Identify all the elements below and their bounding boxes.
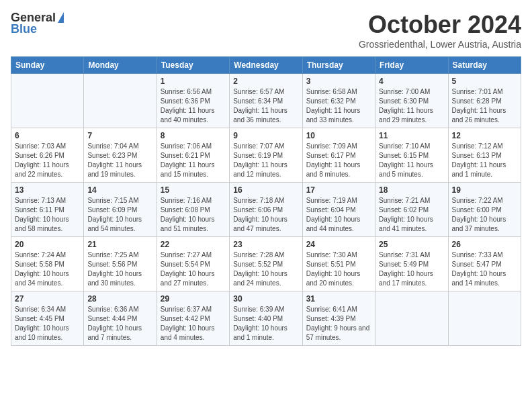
day-info: Sunrise: 6:57 AM Sunset: 6:34 PM Dayligh… (233, 87, 298, 125)
logo-triangle-icon (58, 12, 64, 23)
calendar-cell (448, 291, 521, 346)
day-number: 19 (452, 185, 517, 195)
day-number: 2 (233, 77, 298, 86)
calendar-week-row: 20Sunrise: 7:24 AM Sunset: 5:58 PM Dayli… (11, 237, 521, 291)
day-number: 17 (306, 185, 371, 195)
calendar-cell: 26Sunrise: 7:33 AM Sunset: 5:47 PM Dayli… (448, 237, 521, 291)
calendar-cell: 23Sunrise: 7:28 AM Sunset: 5:52 PM Dayli… (230, 237, 302, 291)
calendar-cell: 30Sunrise: 6:39 AM Sunset: 4:40 PM Dayli… (230, 291, 302, 346)
day-number: 4 (379, 77, 444, 86)
logo-blue-text: Blue (11, 22, 37, 36)
calendar-cell: 14Sunrise: 7:15 AM Sunset: 6:09 PM Dayli… (84, 183, 157, 237)
calendar-week-row: 1Sunrise: 6:56 AM Sunset: 6:36 PM Daylig… (11, 74, 521, 128)
day-info: Sunrise: 7:18 AM Sunset: 6:06 PM Dayligh… (233, 196, 298, 234)
day-number: 13 (15, 185, 80, 195)
day-number: 11 (379, 131, 444, 140)
day-info: Sunrise: 7:15 AM Sunset: 6:09 PM Dayligh… (87, 196, 152, 234)
day-info: Sunrise: 7:22 AM Sunset: 6:00 PM Dayligh… (452, 196, 517, 234)
calendar-cell: 3Sunrise: 6:58 AM Sunset: 6:32 PM Daylig… (302, 74, 375, 128)
day-info: Sunrise: 7:09 AM Sunset: 6:17 PM Dayligh… (306, 142, 371, 179)
day-info: Sunrise: 7:03 AM Sunset: 6:26 PM Dayligh… (15, 142, 80, 179)
weekday-header: Wednesday (230, 57, 302, 74)
day-info: Sunrise: 7:07 AM Sunset: 6:19 PM Dayligh… (233, 142, 298, 179)
day-number: 24 (306, 240, 371, 249)
day-number: 20 (15, 240, 80, 249)
calendar-cell: 20Sunrise: 7:24 AM Sunset: 5:58 PM Dayli… (11, 237, 84, 291)
calendar-cell: 2Sunrise: 6:57 AM Sunset: 6:34 PM Daylig… (230, 74, 302, 128)
day-number: 14 (87, 185, 152, 195)
day-info: Sunrise: 7:16 AM Sunset: 6:08 PM Dayligh… (161, 196, 226, 234)
day-info: Sunrise: 7:19 AM Sunset: 6:04 PM Dayligh… (306, 196, 371, 234)
day-info: Sunrise: 7:33 AM Sunset: 5:47 PM Dayligh… (452, 250, 517, 288)
calendar-cell: 19Sunrise: 7:22 AM Sunset: 6:00 PM Dayli… (448, 183, 521, 237)
day-number: 5 (452, 77, 517, 86)
calendar-cell: 25Sunrise: 7:31 AM Sunset: 5:49 PM Dayli… (375, 237, 448, 291)
day-info: Sunrise: 6:58 AM Sunset: 6:32 PM Dayligh… (306, 87, 371, 125)
calendar-cell: 28Sunrise: 6:36 AM Sunset: 4:44 PM Dayli… (84, 291, 157, 346)
day-number: 12 (452, 131, 517, 140)
day-info: Sunrise: 6:36 AM Sunset: 4:44 PM Dayligh… (87, 305, 152, 342)
calendar-cell: 12Sunrise: 7:12 AM Sunset: 6:13 PM Dayli… (448, 128, 521, 183)
day-info: Sunrise: 6:39 AM Sunset: 4:40 PM Dayligh… (233, 305, 298, 342)
day-info: Sunrise: 7:13 AM Sunset: 6:11 PM Dayligh… (15, 196, 80, 234)
weekday-header: Saturday (448, 57, 521, 74)
calendar-cell: 6Sunrise: 7:03 AM Sunset: 6:26 PM Daylig… (11, 128, 84, 183)
day-number: 8 (161, 131, 226, 140)
day-info: Sunrise: 7:24 AM Sunset: 5:58 PM Dayligh… (15, 250, 80, 288)
weekday-header: Monday (84, 57, 157, 74)
calendar-cell: 24Sunrise: 7:30 AM Sunset: 5:51 PM Dayli… (302, 237, 375, 291)
day-info: Sunrise: 7:00 AM Sunset: 6:30 PM Dayligh… (379, 87, 444, 125)
day-number: 22 (161, 240, 226, 249)
day-info: Sunrise: 7:06 AM Sunset: 6:21 PM Dayligh… (161, 142, 226, 179)
calendar-cell: 18Sunrise: 7:21 AM Sunset: 6:02 PM Dayli… (375, 183, 448, 237)
calendar-cell: 8Sunrise: 7:06 AM Sunset: 6:21 PM Daylig… (157, 128, 229, 183)
calendar-cell: 10Sunrise: 7:09 AM Sunset: 6:17 PM Dayli… (302, 128, 375, 183)
page-header: General Blue October 2024 Grossriedentha… (11, 11, 521, 50)
day-number: 23 (233, 240, 298, 249)
day-info: Sunrise: 6:41 AM Sunset: 4:39 PM Dayligh… (306, 305, 371, 342)
calendar-week-row: 13Sunrise: 7:13 AM Sunset: 6:11 PM Dayli… (11, 183, 521, 237)
calendar-cell: 31Sunrise: 6:41 AM Sunset: 4:39 PM Dayli… (302, 291, 375, 346)
day-number: 10 (306, 131, 371, 140)
day-number: 18 (379, 185, 444, 195)
calendar-cell: 29Sunrise: 6:37 AM Sunset: 4:42 PM Dayli… (157, 291, 229, 346)
calendar-cell: 17Sunrise: 7:19 AM Sunset: 6:04 PM Dayli… (302, 183, 375, 237)
day-number: 30 (233, 294, 298, 304)
day-info: Sunrise: 7:01 AM Sunset: 6:28 PM Dayligh… (452, 87, 517, 125)
calendar-cell: 22Sunrise: 7:27 AM Sunset: 5:54 PM Dayli… (157, 237, 229, 291)
day-number: 1 (161, 77, 226, 86)
day-number: 27 (15, 294, 80, 304)
day-info: Sunrise: 6:37 AM Sunset: 4:42 PM Dayligh… (161, 305, 226, 342)
day-info: Sunrise: 7:12 AM Sunset: 6:13 PM Dayligh… (452, 142, 517, 179)
calendar-table: SundayMondayTuesdayWednesdayThursdayFrid… (11, 56, 521, 346)
title-section: October 2024 Grossriedenthal, Lower Aust… (359, 11, 521, 50)
calendar-cell (11, 74, 84, 128)
calendar-cell (84, 74, 157, 128)
logo: General Blue (11, 11, 64, 36)
day-number: 15 (161, 185, 226, 195)
day-info: Sunrise: 7:10 AM Sunset: 6:15 PM Dayligh… (379, 142, 444, 179)
day-number: 7 (87, 131, 152, 140)
weekday-header: Tuesday (157, 57, 229, 74)
day-number: 29 (161, 294, 226, 304)
day-info: Sunrise: 7:31 AM Sunset: 5:49 PM Dayligh… (379, 250, 444, 288)
calendar-week-row: 6Sunrise: 7:03 AM Sunset: 6:26 PM Daylig… (11, 128, 521, 183)
calendar-cell: 27Sunrise: 6:34 AM Sunset: 4:45 PM Dayli… (11, 291, 84, 346)
calendar-cell: 4Sunrise: 7:00 AM Sunset: 6:30 PM Daylig… (375, 74, 448, 128)
calendar-cell: 13Sunrise: 7:13 AM Sunset: 6:11 PM Dayli… (11, 183, 84, 237)
day-info: Sunrise: 7:21 AM Sunset: 6:02 PM Dayligh… (379, 196, 444, 234)
calendar-cell: 1Sunrise: 6:56 AM Sunset: 6:36 PM Daylig… (157, 74, 229, 128)
day-info: Sunrise: 7:25 AM Sunset: 5:56 PM Dayligh… (87, 250, 152, 288)
day-number: 6 (15, 131, 80, 140)
day-number: 25 (379, 240, 444, 249)
day-number: 31 (306, 294, 371, 304)
day-info: Sunrise: 7:28 AM Sunset: 5:52 PM Dayligh… (233, 250, 298, 288)
weekday-header: Thursday (302, 57, 375, 74)
day-number: 9 (233, 131, 298, 140)
month-title: October 2024 (359, 11, 521, 39)
calendar-cell: 9Sunrise: 7:07 AM Sunset: 6:19 PM Daylig… (230, 128, 302, 183)
day-info: Sunrise: 7:27 AM Sunset: 5:54 PM Dayligh… (161, 250, 226, 288)
calendar-cell: 15Sunrise: 7:16 AM Sunset: 6:08 PM Dayli… (157, 183, 229, 237)
calendar-cell: 16Sunrise: 7:18 AM Sunset: 6:06 PM Dayli… (230, 183, 302, 237)
day-info: Sunrise: 7:30 AM Sunset: 5:51 PM Dayligh… (306, 250, 371, 288)
